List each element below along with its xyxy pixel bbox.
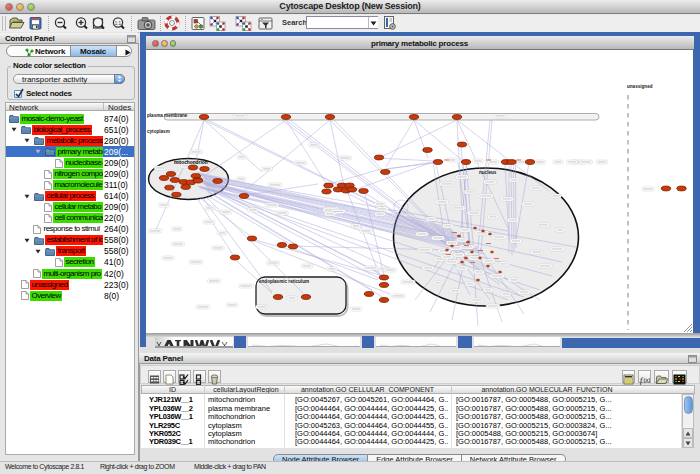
svg-text:cytoplasm: cytoplasm <box>147 129 170 134</box>
svg-text:endoplasmic reticulum: endoplasmic reticulum <box>259 279 309 284</box>
svg-text:unassigned: unassigned <box>627 84 653 89</box>
svg-text:mitochondrion: mitochondrion <box>174 160 208 165</box>
svg-text:1:1: 1:1 <box>115 21 122 26</box>
svg-text:plasma membrane: plasma membrane <box>147 113 188 118</box>
svg-text:(x): (x) <box>644 377 651 383</box>
svg-text:nucleus: nucleus <box>479 170 497 175</box>
